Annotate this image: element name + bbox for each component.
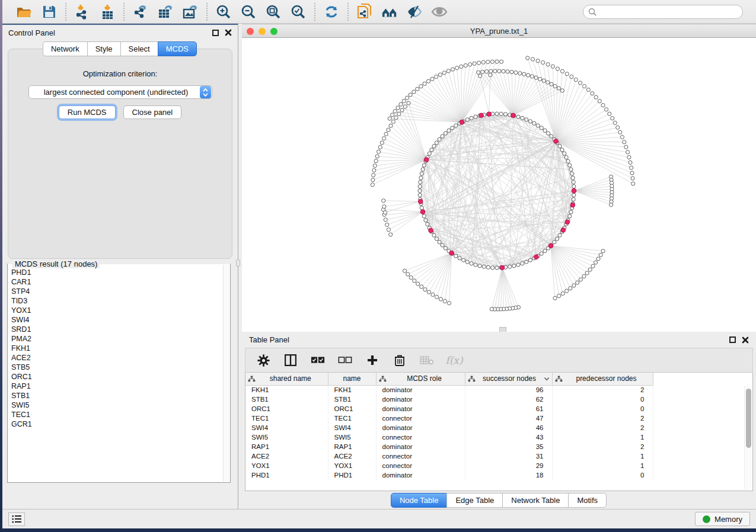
close-panel-icon[interactable]: [225, 29, 232, 36]
float-panel-icon[interactable]: [212, 30, 219, 36]
task-history-button[interactable]: [8, 512, 25, 526]
window-zoom-icon[interactable]: [270, 28, 277, 35]
network-window-titlebar[interactable]: YPA_prune.txt_1: [242, 25, 756, 38]
mcds-node-item[interactable]: SRD1: [11, 325, 222, 334]
window-minimize-icon[interactable]: [259, 28, 266, 35]
mcds-node-item[interactable]: PMA2: [11, 334, 222, 344]
mcds-node-item[interactable]: SWI5: [11, 400, 222, 410]
open-file-icon[interactable]: [16, 4, 33, 20]
network-attr-icon: [248, 376, 256, 382]
mcds-result-box: MCDS result (17 nodes) PHD1CAR1STP4TID3Y…: [7, 264, 231, 483]
zoom-fit-icon[interactable]: [265, 4, 282, 20]
mcds-node-item[interactable]: ACE2: [11, 353, 222, 363]
panel-splitter[interactable]: [238, 24, 242, 509]
table-scrollbar-thumb[interactable]: [746, 389, 751, 448]
table-row[interactable]: ORC1ORC1dominator610: [245, 404, 653, 414]
save-session-icon[interactable]: [41, 4, 58, 20]
network-window-title: YPA_prune.txt_1: [242, 27, 756, 36]
import-table-icon[interactable]: [99, 4, 116, 20]
show-column-icon[interactable]: [283, 353, 298, 367]
memory-button[interactable]: Memory: [695, 512, 750, 526]
close-table-panel-icon[interactable]: [742, 336, 749, 344]
tab-style[interactable]: Style: [87, 41, 121, 56]
memory-label: Memory: [714, 515, 742, 524]
import-network-icon[interactable]: [74, 4, 91, 20]
column-header-shared-name[interactable]: shared name: [245, 373, 328, 385]
control-panel-titlebar: Control Panel: [2, 25, 238, 40]
table-row[interactable]: SWI4SWI4dominator462: [245, 423, 653, 432]
table-row[interactable]: PHD1PHD1dominator180: [245, 470, 653, 480]
mcds-node-item[interactable]: FKH1: [11, 344, 222, 353]
splitter-handle[interactable]: [236, 259, 240, 267]
mcds-node-item[interactable]: YOX1: [11, 306, 222, 315]
canvas-splitter-handle[interactable]: [499, 327, 506, 332]
table-row[interactable]: RAP1RAP1dominator352: [245, 442, 653, 451]
cytoscape-window: Control Panel NetworkStyleSelectMCDS Opt…: [2, 0, 756, 528]
tab-select[interactable]: Select: [120, 41, 158, 56]
table-row[interactable]: TEC1TEC1connector472: [245, 414, 653, 423]
column-header-predecessor-nodes[interactable]: predecessor nodes: [552, 373, 653, 385]
column-header-successor-nodes[interactable]: successor nodes: [465, 373, 552, 385]
task-list-icon: [12, 515, 22, 523]
mcds-node-item[interactable]: TID3: [11, 296, 222, 306]
search-input[interactable]: [599, 8, 738, 16]
mcds-node-item[interactable]: RAP1: [11, 382, 222, 391]
hide-graphics-details-icon[interactable]: [406, 4, 423, 20]
tab-mcds[interactable]: MCDS: [158, 41, 197, 56]
first-neighbors-icon[interactable]: [381, 4, 398, 20]
control-panel-tabs: NetworkStyleSelectMCDS: [2, 41, 238, 56]
table-panel-title: Table Panel: [249, 335, 289, 344]
network-graph[interactable]: [242, 38, 753, 332]
table-row[interactable]: SWI5SWI5connector431: [245, 432, 653, 442]
zoom-in-icon[interactable]: [215, 4, 232, 20]
delete-column-icon[interactable]: [393, 353, 407, 367]
network-canvas[interactable]: [242, 38, 756, 332]
show-graphics-details-icon[interactable]: [431, 4, 448, 20]
mcds-node-item[interactable]: CAR1: [11, 277, 222, 287]
unselect-all-columns-icon[interactable]: [338, 353, 352, 367]
mcds-result-title: MCDS result (17 nodes): [12, 259, 100, 268]
add-column-icon[interactable]: [365, 353, 379, 367]
search-field[interactable]: [583, 5, 743, 19]
control-panel-title: Control Panel: [8, 28, 55, 37]
table-settings-gear-icon[interactable]: [256, 353, 270, 367]
column-header-MCDS-role[interactable]: MCDS role: [376, 373, 465, 385]
mcds-node-item[interactable]: STB5: [11, 363, 222, 372]
share-network-icon[interactable]: [356, 4, 373, 20]
tab-motifs[interactable]: Motifs: [568, 493, 607, 508]
float-table-panel-icon[interactable]: [729, 336, 736, 343]
mcds-node-item[interactable]: GCR1: [11, 419, 222, 429]
export-network-icon[interactable]: [132, 4, 149, 20]
export-image-icon[interactable]: [182, 4, 199, 20]
column-header-name[interactable]: name: [328, 373, 376, 385]
tab-network-table[interactable]: Network Table: [502, 493, 569, 508]
apply-layout-icon[interactable]: [323, 4, 340, 20]
table-row[interactable]: FKH1FKH1dominator962: [245, 385, 653, 395]
table-row[interactable]: STB1STB1dominator620: [245, 395, 653, 404]
mcds-node-item[interactable]: STB1: [11, 391, 222, 400]
select-all-columns-icon[interactable]: [311, 353, 325, 367]
tab-node-table[interactable]: Node Table: [391, 493, 448, 508]
mcds-node-item[interactable]: TEC1: [11, 410, 222, 419]
mcds-node-item[interactable]: SWI4: [11, 315, 222, 325]
zoom-selected-icon[interactable]: [290, 4, 307, 20]
mcds-node-item[interactable]: ORC1: [11, 372, 222, 382]
tab-network[interactable]: Network: [43, 41, 88, 56]
mcds-node-item[interactable]: PHD1: [11, 268, 222, 277]
network-attr-icon: [379, 376, 387, 382]
mcds-list-scrollbar[interactable]: [223, 265, 229, 482]
table-scrollbar[interactable]: [744, 386, 751, 489]
export-table-icon[interactable]: [157, 4, 174, 20]
mcds-result-list[interactable]: PHD1CAR1STP4TID3YOX1SWI4SRD1PMA2FKH1ACE2…: [11, 268, 222, 481]
node-table[interactable]: shared namenameMCDS rolesuccessor nodesp…: [245, 373, 653, 480]
mcds-node-item[interactable]: STP4: [11, 287, 222, 296]
zoom-out-icon[interactable]: [240, 4, 257, 20]
table-row[interactable]: ACE2ACE2connector311: [245, 451, 653, 461]
window-close-icon[interactable]: [247, 28, 254, 35]
tab-edge-table[interactable]: Edge Table: [446, 493, 503, 508]
search-icon: [588, 8, 596, 16]
run-mcds-button[interactable]: Run MCDS: [59, 105, 116, 119]
optimization-criterion-select[interactable]: largest connected component (undirected): [28, 85, 212, 99]
close-panel-button[interactable]: Close panel: [123, 105, 182, 119]
table-row[interactable]: YOX1YOX1connector291: [245, 461, 653, 470]
